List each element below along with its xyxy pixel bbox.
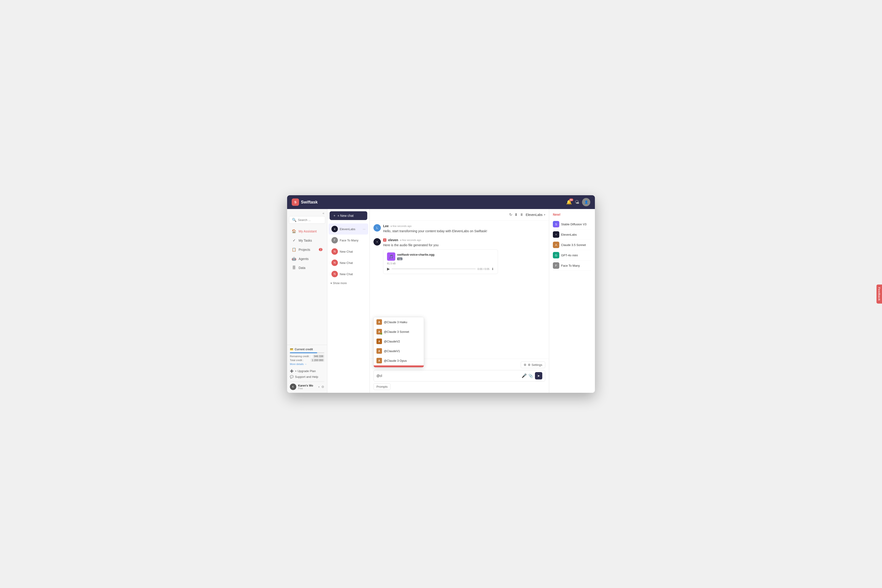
download-header-button[interactable]: ⬇ [514,213,518,217]
user-avatar-header[interactable]: 👤 [582,198,590,206]
search-bar[interactable]: 🔍 ⌘+K [289,216,325,224]
gpt4o-panel-icon: G [553,252,559,258]
elevenlabs-chat-icon: ⏸ [332,226,338,232]
chat-item-new-3[interactable]: N New Chat [328,268,368,279]
opus-icon: A [376,358,382,363]
new-label: New! [553,213,591,216]
my-tasks-label: My Tasks [298,238,312,242]
chat-item-elevenlabs[interactable]: ⏸ ElevenLabs ··· [328,224,368,234]
new-chat-button[interactable]: ＋ + New chat [330,212,367,220]
play-button[interactable]: ▶ [387,267,390,271]
weather-icon: 🌤 [574,200,579,205]
nav-items: 🏠 My Assistant ✓ My Tasks 📋 Projects 2 🤖… [287,225,327,345]
upgrade-button[interactable]: ➕ + Upgrade Plan [290,368,324,374]
chat-item-new-2[interactable]: N New Chat [328,257,368,268]
pause-button[interactable]: ⏸ [520,213,524,217]
notification-button[interactable]: 🔔 64 [566,200,572,205]
chat-header: ↻ ⬇ ⏸ ElevenLabs ▾ [370,209,549,220]
microphone-button[interactable]: 🎤 [522,373,526,378]
lee-time: a few seconds ago [390,225,412,227]
stable-diffusion-name: Stable Diffusion V3 [561,223,586,226]
audio-progress-bar[interactable] [392,268,476,269]
audio-file-header: 🎵 swiftask-voice-charlie.ogg ogg [387,252,494,261]
sidebar-bottom: 💳 Current credit Remaining credit : 946 … [287,345,327,393]
user-caret-icon[interactable]: ▾ [318,386,320,388]
sidebar-item-agents[interactable]: 🤖 Agents [288,254,326,263]
tool-item-gpt4o[interactable]: G GPT-4o mini [553,250,591,261]
data-icon: 🗄 [292,266,296,270]
claude-panel-name: Claude 3.5 Sonnet [561,243,586,247]
main-area: « 🔍 ⌘+K 🏠 My Assistant ✓ My Tasks 📋 [287,209,595,393]
refresh-button[interactable]: ↻ [509,213,512,217]
model-selector-button[interactable]: ElevenLabs ▾ [526,213,545,217]
sidebar-item-my-assistant[interactable]: 🏠 My Assistant [288,227,326,236]
user-settings-icon[interactable]: ⚙ [321,385,324,388]
mention-item-claudev1[interactable]: A @ClaudeV1 [374,346,424,356]
lee-name: Lee [383,224,388,228]
sidebar-item-my-tasks[interactable]: ✓ My Tasks [288,236,326,245]
agents-label: Agents [298,257,309,261]
face-to-many-panel-icon: F [553,262,559,269]
my-assistant-label: My Assistant [298,230,317,233]
audio-download-button[interactable]: ⬇ [491,267,494,271]
data-label: Data [298,266,306,270]
attach-button[interactable]: 📎 [528,374,533,378]
collapse-button[interactable]: « [322,212,324,215]
total-value: 1 200 000 [311,358,324,362]
more-details-link[interactable]: More details → [290,363,324,365]
tool-item-stable-diffusion[interactable]: S Stable Diffusion V3 [553,219,591,230]
right-panel: New! S Stable Diffusion V3 II ElevenLabs… [549,209,595,393]
mention-item-haiku[interactable]: A @Claude 3 Haiku [374,317,424,327]
settings-button[interactable]: ⚙ ⚙ Settings [521,362,545,368]
audio-card: 🎵 swiftask-voice-charlie.ogg ogg 81.5 kB… [383,249,498,274]
support-button[interactable]: 💬 Support and Help [290,374,324,380]
eleven-pause-button[interactable]: ⏸ [383,238,386,242]
model-chevron-icon: ▾ [544,213,545,216]
chat-input-field[interactable] [376,374,520,378]
remaining-value: 946 338 [313,355,324,358]
lee-message-header: Lee a few seconds ago [383,224,545,228]
tool-item-face-to-many-panel[interactable]: F Face To Many [553,261,591,271]
my-assistant-icon: 🏠 [292,229,296,233]
model-name: ElevenLabs [526,213,543,217]
projects-label: Projects [298,248,310,252]
tool-item-elevenlabs[interactable]: II ElevenLabs [553,230,591,240]
new-chat-3-icon: N [332,271,338,277]
chat-item-face-to-many[interactable]: F Face To Many [328,235,368,246]
elevenlabs-chat-label: ElevenLabs [340,227,356,231]
my-tasks-icon: ✓ [292,238,296,243]
message-eleven: II ⏸ eleven a few seconds ago Here is th… [374,238,545,274]
tool-item-claude[interactable]: A Claude 3.5 Sonnet [553,240,591,250]
feedback-tab[interactable]: Feedback [876,285,882,304]
chat-item-actions[interactable]: ··· [363,227,365,231]
eleven-name: eleven [388,238,398,242]
user-plan: Free [298,387,313,390]
search-icon: 🔍 [292,218,297,222]
show-more-button[interactable]: ▾ Show more [327,280,370,286]
mention-item-opus[interactable]: A @Claude 3 Opus [374,356,424,365]
sidebar-item-projects[interactable]: 📋 Projects 2 [288,245,326,254]
credit-remaining-row: Remaining credit : 946 338 [290,355,324,358]
new-chat-1-icon: N [332,248,338,255]
logo: S Swiftask [292,198,318,206]
mention-item-sonnet35[interactable]: A🌿 @Claude 3.5 Sonnet ✦ [374,365,424,368]
prompts-row: Prompts [374,381,545,390]
prompts-button[interactable]: Prompts [374,383,390,390]
sidebar-item-data[interactable]: 🗄 Data [288,264,326,272]
user-name: Karen's Wo [298,384,313,387]
settings-gear-icon: ⚙ [524,363,526,367]
face-to-many-chat-icon: F [332,237,338,243]
mention-item-sonnet3[interactable]: A @Claude 3 Sonnet [374,327,424,336]
agents-icon: 🤖 [292,256,296,261]
app-name: Swiftask [301,200,318,205]
claudev1-icon: A [376,348,382,354]
lee-message-content: Lee a few seconds ago Hello, start trans… [383,224,545,234]
mention-item-claudev2[interactable]: A @ClaudeV2 [374,336,424,346]
audio-filename: swiftask-voice-charlie.ogg [397,253,435,256]
projects-icon: 📋 [292,248,296,252]
credit-icon: 💳 [290,348,293,351]
chat-item-new-1[interactable]: N New Chat [328,246,368,257]
face-to-many-chat-label: Face To Many [340,238,358,242]
message-lee: L Lee a few seconds ago Hello, start tra… [374,224,545,234]
send-button[interactable]: ➤ [535,372,542,380]
